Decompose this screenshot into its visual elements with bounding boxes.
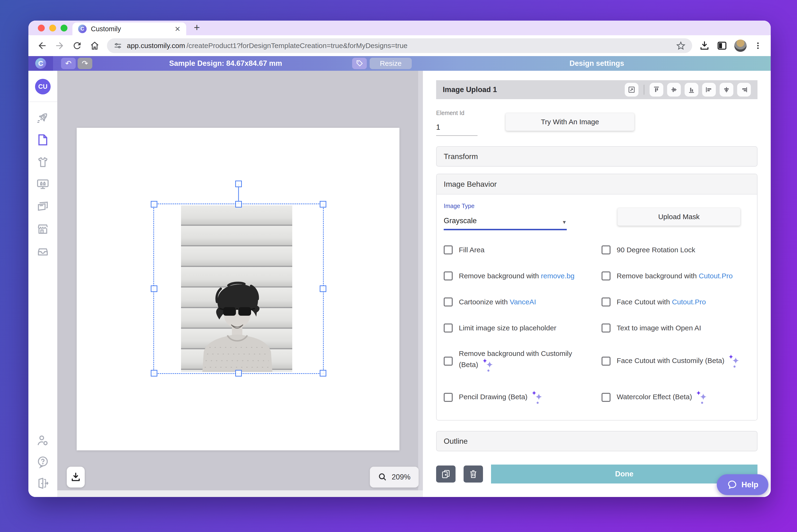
selection-handle-w[interactable] xyxy=(151,285,157,292)
sidebar-item-templates[interactable] xyxy=(36,200,50,213)
checkbox-pencil-drawing-beta[interactable]: Pencil Drawing (Beta) xyxy=(444,390,592,405)
sidebar-item-designs[interactable] xyxy=(36,133,50,147)
new-tab-button[interactable]: + xyxy=(194,21,200,33)
align-top-button[interactable] xyxy=(649,83,663,97)
align-center-button[interactable] xyxy=(720,83,733,97)
checkbox-box[interactable] xyxy=(602,393,610,402)
image-type-select[interactable]: Grayscale ▼ xyxy=(444,216,567,230)
checkbox-facecutout-cutoutpro[interactable]: Face Cutout with Cutout.Pro xyxy=(602,298,750,306)
checkbox-box[interactable] xyxy=(602,245,610,254)
selection-handle-sw[interactable] xyxy=(151,370,157,377)
image-type-field: Image Type Grayscale ▼ xyxy=(444,203,567,230)
design-canvas[interactable]: 209% xyxy=(57,71,423,497)
vanceai-link[interactable]: VanceAI xyxy=(510,298,536,306)
selection-handle-se[interactable] xyxy=(320,370,326,377)
back-icon[interactable] xyxy=(37,40,47,51)
checkbox-removebg-cutoutpro[interactable]: Remove background with Cutout.Pro xyxy=(602,271,750,281)
tag-button[interactable] xyxy=(352,58,367,69)
checkbox-box[interactable] xyxy=(602,323,610,332)
sidebar-item-mockups[interactable] xyxy=(36,178,50,191)
checkbox-watercolor-effect-beta[interactable]: Watercolor Effect (Beta) xyxy=(602,390,750,405)
selection-handle-n[interactable] xyxy=(235,201,242,208)
expand-placeholder-button[interactable] xyxy=(625,83,639,97)
align-bottom-button[interactable] xyxy=(685,83,698,97)
upload-mask-button[interactable]: Upload Mask xyxy=(618,208,740,226)
export-design-button[interactable] xyxy=(67,467,85,488)
checkbox-text-to-image[interactable]: Text to image with Open AI xyxy=(602,323,750,332)
outline-accordion[interactable]: Outline xyxy=(436,431,758,451)
side-panel-icon[interactable] xyxy=(717,40,727,51)
canvas-selection[interactable] xyxy=(153,204,324,374)
url-path: /createProduct1?forDesignTemplateCreatio… xyxy=(187,42,407,50)
browser-tab[interactable]: C Customily ✕ xyxy=(72,22,186,35)
align-right-button[interactable] xyxy=(737,83,751,97)
zoom-control[interactable]: 209% xyxy=(370,467,419,488)
selection-handle-e[interactable] xyxy=(320,285,326,292)
align-left-button[interactable] xyxy=(702,83,716,97)
checkbox-box[interactable] xyxy=(602,357,610,366)
checkbox-box[interactable] xyxy=(444,271,453,281)
browser-menu-icon[interactable] xyxy=(754,41,762,50)
image-behavior-accordion[interactable]: Image Behavior xyxy=(437,174,757,194)
minimize-window-button[interactable] xyxy=(49,25,56,32)
reload-icon[interactable] xyxy=(72,40,82,51)
duplicate-element-button[interactable] xyxy=(436,466,456,482)
profile-avatar[interactable] xyxy=(734,39,746,52)
checkbox-box[interactable] xyxy=(444,357,453,366)
try-with-image-button[interactable]: Try With An Image xyxy=(506,113,634,131)
checkbox-cartoonize-vanceai[interactable]: Cartoonize with VanceAI xyxy=(444,298,592,306)
design-settings-panel: Image Upload 1 xyxy=(423,71,771,497)
help-button[interactable]: Help xyxy=(717,474,768,495)
sidebar-item-orders[interactable] xyxy=(36,245,50,258)
downloads-icon[interactable] xyxy=(699,40,710,51)
sidebar-item-store[interactable] xyxy=(36,222,50,235)
checkbox-box[interactable] xyxy=(444,323,453,332)
checkbox-box[interactable] xyxy=(602,271,610,281)
align-middle-button[interactable] xyxy=(667,83,681,97)
home-icon[interactable] xyxy=(90,40,100,51)
url-bar[interactable]: app.customily.com/createProduct1?forDesi… xyxy=(107,38,692,53)
checkbox-box[interactable] xyxy=(444,393,453,402)
selection-handle-s[interactable] xyxy=(235,370,242,377)
element-id-field: Element Id 1 xyxy=(436,110,477,136)
checkbox-removebg-removebg[interactable]: Remove background with remove.bg xyxy=(444,271,592,281)
bookmark-star-icon[interactable] xyxy=(676,41,686,51)
canvas-vertical-scrollbar[interactable] xyxy=(418,71,423,490)
behavior-options-grid: Fill Area 90 Degree Rotation Lock Remove… xyxy=(444,245,750,405)
close-window-button[interactable] xyxy=(38,25,45,32)
checkbox-rotation-lock[interactable]: 90 Degree Rotation Lock xyxy=(602,245,750,254)
canvas-horizontal-scrollbar[interactable] xyxy=(57,490,423,497)
checkbox-limit-image-size[interactable]: Limit image size to placeholder xyxy=(444,323,592,332)
checkbox-fill-area[interactable]: Fill Area xyxy=(444,245,592,254)
checkbox-box[interactable] xyxy=(444,245,453,254)
tab-close-icon[interactable]: ✕ xyxy=(175,25,181,33)
design-settings-title: Design settings xyxy=(423,56,771,71)
user-avatar[interactable]: CU xyxy=(35,79,51,94)
logout-icon[interactable] xyxy=(36,477,50,490)
sidebar-bottom xyxy=(36,434,50,490)
rotation-handle[interactable] xyxy=(235,180,242,187)
maximize-window-button[interactable] xyxy=(61,25,68,32)
element-id-input[interactable]: 1 xyxy=(436,123,477,136)
sidebar-item-getting-started[interactable] xyxy=(36,111,50,124)
sidebar: CU xyxy=(29,71,57,497)
transform-accordion[interactable]: Transform xyxy=(436,146,758,167)
account-settings-icon[interactable] xyxy=(36,434,50,447)
cutout-pro-link[interactable]: Cutout.Pro xyxy=(699,272,733,280)
selection-handle-nw[interactable] xyxy=(151,201,157,208)
checkbox-box[interactable] xyxy=(444,298,453,306)
help-bubble-icon[interactable] xyxy=(36,455,50,469)
help-label: Help xyxy=(741,480,758,489)
checkbox-removebg-customily-beta[interactable]: Remove background with Customily (Beta) xyxy=(444,349,592,373)
checkbox-facecutout-customily-beta[interactable]: Face Cutout with Customily (Beta) xyxy=(602,349,750,373)
forward-icon[interactable] xyxy=(54,40,65,51)
checkbox-box[interactable] xyxy=(602,298,610,306)
resize-button[interactable]: Resize xyxy=(369,58,412,69)
delete-element-button[interactable] xyxy=(463,466,483,482)
image-type-label: Image Type xyxy=(444,203,567,209)
sidebar-item-products[interactable] xyxy=(36,155,50,169)
selection-handle-ne[interactable] xyxy=(320,201,326,208)
cutout-pro-link[interactable]: Cutout.Pro xyxy=(672,298,706,306)
site-settings-icon[interactable] xyxy=(114,41,122,50)
remove-bg-link[interactable]: remove.bg xyxy=(541,272,574,280)
